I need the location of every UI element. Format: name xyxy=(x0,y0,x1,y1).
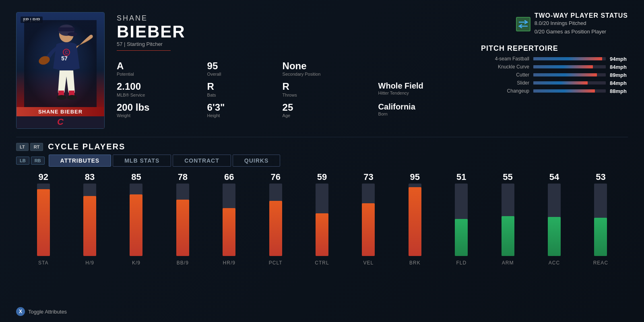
attr-bar-sta xyxy=(37,189,50,256)
pitch-name-2: Cutter xyxy=(481,72,529,78)
pitch-name-4: Changeup xyxy=(481,88,529,94)
attr-bar-container-hr/9 xyxy=(223,184,235,256)
lb-button[interactable]: LB xyxy=(16,157,29,165)
attr-label-reac: REAC xyxy=(593,260,608,266)
pitch-rows-container: 4-seam Fastball 94mph Knuckle Curve 84mp… xyxy=(481,56,628,94)
attr-label-arm: ARM xyxy=(502,260,514,266)
attr-column-hr/9: 66 HR/9 xyxy=(206,173,252,266)
potential-label: Potential xyxy=(117,72,195,76)
pitch-bar-1 xyxy=(533,65,593,68)
pitch-speed-4: 88mph xyxy=(610,88,628,94)
born-value: California xyxy=(378,102,469,111)
svg-text:C: C xyxy=(57,118,64,127)
attributes-section: 92 STA 83 H/9 85 K/9 78 BB/9 66 xyxy=(16,173,628,266)
attr-column-arm: 55 ARM xyxy=(485,173,531,266)
cycle-header: LT RT CYCLE PLAYERS xyxy=(16,142,628,151)
svg-text:C: C xyxy=(65,50,68,55)
attr-column-k/9: 85 K/9 xyxy=(113,173,159,266)
attr-label-k/9: K/9 xyxy=(132,260,140,266)
attr-value-h/9: 83 xyxy=(85,173,95,182)
secondary-position-value: None xyxy=(283,61,366,71)
pitch-bar-container-4 xyxy=(533,89,606,93)
svg-point-4 xyxy=(68,32,77,36)
attr-value-ctrl: 59 xyxy=(317,173,327,182)
attr-value-pclt: 76 xyxy=(270,173,280,182)
attr-bar-arm xyxy=(502,216,514,256)
top-section: SP | R/R xyxy=(16,12,628,129)
attr-bar-container-bb/9 xyxy=(176,184,189,256)
overall-label: Overall xyxy=(207,72,270,76)
attr-value-acc: 54 xyxy=(549,173,559,182)
pitch-speed-3: 84mph xyxy=(610,80,628,86)
pitch-name-1: Knuckle Curve xyxy=(481,64,529,70)
pitch-bar-2 xyxy=(533,73,597,76)
attr-bar-container-k/9 xyxy=(130,184,142,256)
attr-column-acc: 54 ACC xyxy=(531,173,577,266)
cycle-title: CYCLE PLAYERS xyxy=(48,142,125,151)
card-name-banner: SHANE BIEBER xyxy=(17,107,104,116)
stat-age: 25 Age xyxy=(283,102,366,118)
lt-button[interactable]: LT xyxy=(16,143,29,151)
secondary-position-label: Secondary Position xyxy=(283,72,366,76)
attr-bar-hr/9 xyxy=(223,208,235,256)
x-button[interactable]: X xyxy=(16,307,25,316)
attr-bar-container-h/9 xyxy=(83,184,96,256)
attr-bar-container-sta xyxy=(37,184,50,256)
svg-point-8 xyxy=(57,95,66,100)
attr-value-hr/9: 66 xyxy=(224,173,234,182)
tab-button-contract[interactable]: CONTRACT xyxy=(173,155,231,167)
rb-button[interactable]: RB xyxy=(31,157,45,165)
tab-button-attributes[interactable]: ATTRIBUTES xyxy=(49,155,111,167)
potential-value: A xyxy=(117,61,195,71)
pitch-row-0: 4-seam Fastball 94mph xyxy=(481,56,628,62)
attr-value-fld: 51 xyxy=(456,173,466,182)
player-svg: 57 C xyxy=(24,20,97,109)
player-meta: 57 | Starting Pitcher xyxy=(117,41,171,51)
pitch-row-3: Slider 84mph xyxy=(481,80,628,86)
pitch-repertoire-title: PITCH REPERTOIRE xyxy=(481,44,628,53)
bats-label: Bats xyxy=(207,93,270,97)
height-value: 6'3" xyxy=(207,102,270,113)
attr-value-bb/9: 78 xyxy=(178,173,188,182)
player-silhouette: 57 C xyxy=(17,19,104,110)
svg-rect-3 xyxy=(58,27,74,31)
pitch-speed-0: 94mph xyxy=(610,56,628,62)
team-logo: C xyxy=(55,118,66,127)
two-way-title-text: TWO-WAY PLAYER STATUS xyxy=(535,12,628,19)
pitch-speed-1: 84mph xyxy=(610,64,628,70)
pitch-speed-2: 89mph xyxy=(610,72,628,78)
attr-column-vel: 73 VEL xyxy=(345,173,392,266)
stat-service: 2.100 MLB® Service xyxy=(117,81,195,97)
attr-label-pclt: PCLT xyxy=(269,260,283,266)
player-card: SP | R/R xyxy=(16,12,105,129)
attr-value-brk: 95 xyxy=(410,173,420,182)
stat-height: 6'3" Height xyxy=(207,102,270,118)
pitch-bar-0 xyxy=(533,57,602,60)
two-way-header: TWO-WAY PLAYER STATUS 8.0/20 Innings Pit… xyxy=(516,12,628,36)
attr-bar-container-acc xyxy=(548,184,561,256)
attr-bar-fld xyxy=(455,219,468,256)
stat-throws: R Throws xyxy=(283,81,366,97)
tab-buttons-container: ATTRIBUTESMLB STATSCONTRACTQUIRKS xyxy=(49,155,281,167)
bottom-toggle: X Toggle Attributes xyxy=(16,307,67,316)
hitter-tendency-value: Whole Field xyxy=(378,81,469,90)
pitch-name-0: 4-seam Fastball xyxy=(481,56,529,62)
pitch-repertoire: PITCH REPERTOIRE 4-seam Fastball 94mph K… xyxy=(481,44,628,96)
attr-bar-container-brk xyxy=(409,184,421,256)
stat-overall: 95 Overall xyxy=(207,61,270,76)
attr-label-bb/9: BB/9 xyxy=(177,260,189,266)
tab-button-mlb-stats[interactable]: MLB STATS xyxy=(113,155,171,167)
attr-column-pclt: 76 PCLT xyxy=(252,173,299,266)
throws-label: Throws xyxy=(283,93,366,97)
weight-value: 200 lbs xyxy=(117,102,195,113)
attr-column-reac: 53 REAC xyxy=(578,173,624,266)
tab-button-quirks[interactable]: QUIRKS xyxy=(233,155,280,167)
innings-pitched: 8.0/20 Innings Pitched xyxy=(535,19,628,28)
svg-text:57: 57 xyxy=(61,55,68,62)
attr-bar-vel xyxy=(362,203,375,256)
throws-value: R xyxy=(283,81,366,92)
stat-weight: 200 lbs Weight xyxy=(117,102,195,118)
rt-button[interactable]: RT xyxy=(30,143,43,151)
attr-bar-container-arm xyxy=(502,184,514,256)
service-value: 2.100 xyxy=(117,81,195,92)
